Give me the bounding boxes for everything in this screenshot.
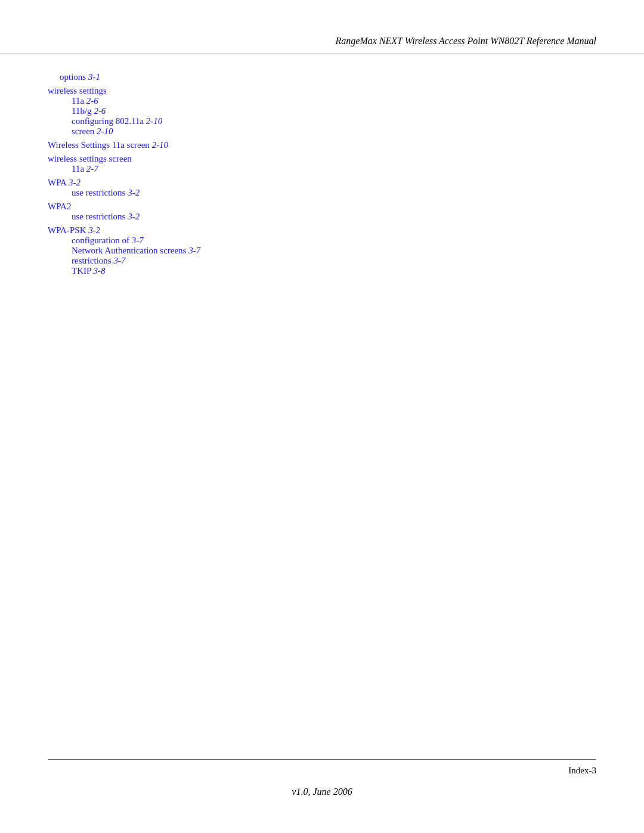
footer-divider-line: Index-3 xyxy=(48,759,596,776)
content-area: options 3-1 wireless settings 11a 2-6 11… xyxy=(0,54,644,327)
list-item: restrictions 3-7 xyxy=(48,256,596,266)
list-item: TKIP 3-8 xyxy=(48,266,596,276)
list-item: Network Authentication screens 3-7 xyxy=(48,246,596,256)
page-ref: 3-2 xyxy=(128,212,140,221)
wpa-psk-group: WPA-PSK 3-2 configuration of 3-7 Network… xyxy=(48,225,596,276)
entry-label: 11a xyxy=(72,96,86,106)
entry-label: WPA xyxy=(48,178,69,187)
entry-label: restrictions xyxy=(72,256,113,265)
list-item: WPA2 xyxy=(48,202,596,212)
options-group: options 3-1 xyxy=(48,72,596,82)
list-item: wireless settings xyxy=(48,86,596,96)
page-ref: 3-2 xyxy=(69,178,80,187)
wireless-settings-group: wireless settings 11a 2-6 11b/g 2-6 conf… xyxy=(48,86,596,137)
header-title: RangeMax NEXT Wireless Access Point WN80… xyxy=(336,36,596,46)
wireless-settings-screen-group: wireless settings screen 11a 2-7 xyxy=(48,154,596,174)
page: RangeMax NEXT Wireless Access Point WN80… xyxy=(0,0,644,833)
entry-label: use restrictions xyxy=(72,212,128,221)
page-ref: 3-7 xyxy=(113,256,125,265)
page-footer: Index-3 v1.0, June 2006 xyxy=(0,759,644,797)
list-item: configuration of 3-7 xyxy=(48,236,596,246)
wpa2-group: WPA2 use restrictions 3-2 xyxy=(48,202,596,222)
list-item: Wireless Settings 11a screen 2-10 xyxy=(48,140,596,150)
list-item: WPA-PSK 3-2 xyxy=(48,225,596,236)
footer-index-label: Index-3 xyxy=(568,766,596,776)
page-ref: 2-10 xyxy=(152,140,169,150)
entry-label: Wireless Settings 11a screen xyxy=(48,140,152,150)
entry-label: configuration of xyxy=(72,236,132,245)
entry-label: wireless settings screen xyxy=(48,154,132,163)
page-ref: 2-7 xyxy=(86,164,98,174)
page-ref: 3-1 xyxy=(88,72,100,82)
page-header: RangeMax NEXT Wireless Access Point WN80… xyxy=(0,0,644,54)
list-item: use restrictions 3-2 xyxy=(48,212,596,222)
list-item: 11b/g 2-6 xyxy=(48,106,596,116)
wpa-group: WPA 3-2 use restrictions 3-2 xyxy=(48,178,596,198)
entry-label: TKIP xyxy=(72,266,94,275)
entry-label: options xyxy=(60,72,88,82)
page-ref: 3-7 xyxy=(188,246,200,255)
entry-label: use restrictions xyxy=(72,188,128,197)
page-ref: 3-7 xyxy=(132,236,144,245)
entry-label: Network Authentication screens xyxy=(72,246,188,255)
page-ref: 2-10 xyxy=(146,116,163,126)
list-item: screen 2-10 xyxy=(48,126,596,137)
entry-label: 11a xyxy=(72,164,86,174)
page-ref: 3-8 xyxy=(94,266,106,275)
list-item: options 3-1 xyxy=(48,72,596,82)
entry-label: screen xyxy=(72,126,97,136)
entry-label: wireless settings xyxy=(48,86,107,95)
entry-label: WPA-PSK xyxy=(48,225,88,235)
footer-version-label: v1.0, June 2006 xyxy=(48,786,596,797)
page-ref: 3-2 xyxy=(88,225,100,235)
wireless-settings-11a-screen-group: Wireless Settings 11a screen 2-10 xyxy=(48,140,596,150)
page-ref: 3-2 xyxy=(128,188,140,197)
page-ref: 2-6 xyxy=(94,106,106,116)
entry-label: 11b/g xyxy=(72,106,94,116)
list-item: WPA 3-2 xyxy=(48,178,596,188)
list-item: 11a 2-7 xyxy=(48,164,596,174)
page-ref: 2-10 xyxy=(97,126,113,136)
page-ref: 2-6 xyxy=(86,96,98,106)
list-item: 11a 2-6 xyxy=(48,96,596,106)
entry-label: configuring 802.11a xyxy=(72,116,146,126)
entry-label: WPA2 xyxy=(48,202,71,211)
list-item: wireless settings screen xyxy=(48,154,596,164)
list-item: use restrictions 3-2 xyxy=(48,188,596,198)
list-item: configuring 802.11a 2-10 xyxy=(48,116,596,126)
